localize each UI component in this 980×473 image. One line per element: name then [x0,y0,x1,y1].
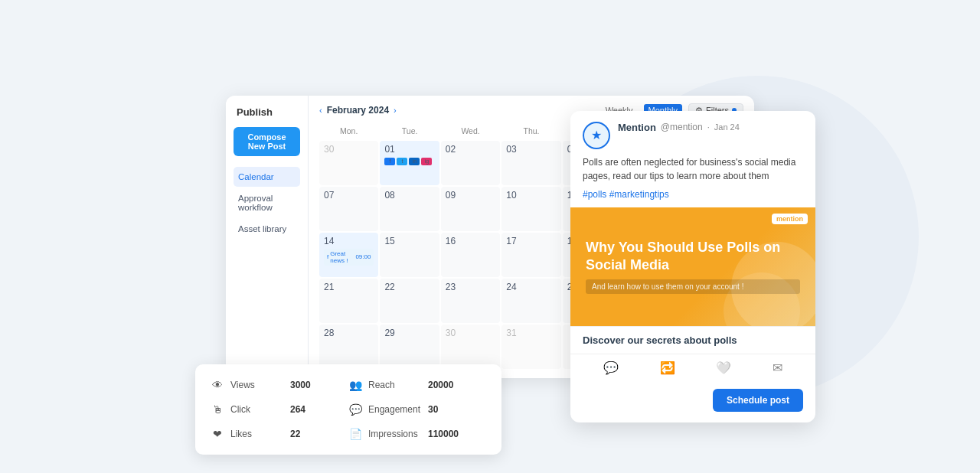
stats-grid: 👁 Views 3000 👥 Reach 20000 🖱 Click 264 💬… [211,375,486,444]
page-wrapper: Publish Compose New Post Calendar Approv… [188,73,792,401]
views-icon: 👁 [211,378,224,392]
cal-cell-30[interactable]: 30 [319,141,378,185]
day-thu: Thu. [501,124,560,138]
sidebar-item-asset[interactable]: Asset library [234,219,300,239]
post-indicator: f t in ig [384,158,434,165]
instagram-dot: ig [421,158,432,165]
impressions-icon: 📄 [348,427,362,441]
sidebar-item-calendar[interactable]: Calendar [234,167,300,187]
stats-panel: 👁 Views 3000 👥 Reach 20000 🖱 Click 264 💬… [195,364,501,455]
scheduled-post: f Great news ! 09:00 [324,249,374,266]
social-post-card: ★ Mention @mention · Jan 24 Polls are of… [570,111,815,422]
cal-cell-16[interactable]: 16 [441,233,500,277]
post-footer: Schedule post [570,381,815,422]
engagement-icon: 💬 [348,403,362,416]
cal-cell-22[interactable]: 22 [380,279,439,323]
cal-cell-24[interactable]: 24 [501,279,560,323]
brand-label: mention [772,214,808,224]
mail-icon[interactable]: ✉ [773,360,782,375]
image-title: Why You Should Use Polls on Social Media [586,239,800,273]
cal-prev-arrow[interactable]: ‹ [319,106,322,115]
cal-cell-09[interactable]: 09 [441,187,500,231]
cal-cell-10[interactable]: 10 [501,187,560,231]
reach-icon: 👥 [348,378,362,392]
star-icon: ★ [591,128,602,142]
reach-value: 20000 [428,380,453,390]
cal-cell-14[interactable]: 14 f Great news ! 09:00 [319,233,378,277]
linkedin-dot: in [409,158,420,165]
calendar-month-title: February 2024 [327,105,389,116]
engagement-value: 30 [428,404,438,415]
post-link-title: Discover our secrets about polls [570,326,815,354]
day-mon: Mon. [319,124,378,138]
stat-engagement: 💬 Engagement 30 [348,400,486,419]
retweet-icon[interactable]: 🔁 [660,360,675,375]
click-label: Click [230,404,284,415]
likes-icon: ❤ [211,427,224,441]
heart-icon[interactable]: 🤍 [716,360,731,375]
post-image: mention Why You Should Use Polls on Soci… [570,207,815,326]
calendar-nav: ‹ February 2024 › [319,105,397,116]
social-post-meta: Mention @mention · Jan 24 [618,122,803,135]
schedule-post-button[interactable]: Schedule post [713,389,803,412]
click-icon: 🖱 [211,403,224,416]
author-line: Mention @mention · Jan 24 [618,122,803,133]
cal-cell-21[interactable]: 21 [319,279,378,323]
fb-icon: f [327,253,328,260]
cal-cell-15[interactable]: 15 [380,233,439,277]
facebook-dot: f [384,158,395,165]
impressions-value: 110000 [428,429,459,439]
twitter-dot: t [397,158,407,165]
stat-impressions: 📄 Impressions 110000 [348,424,486,444]
social-card-header: ★ Mention @mention · Jan 24 [570,111,815,155]
sidebar-item-approval[interactable]: Approval workflow [234,188,300,217]
views-value: 3000 [290,380,311,390]
cal-cell-08[interactable]: 08 [380,187,439,231]
views-label: Views [230,380,284,390]
post-body: Polls are often neglected for business's… [570,155,815,189]
stat-reach: 👥 Reach 20000 [348,375,486,395]
compose-button[interactable]: Compose New Post [234,127,300,156]
cal-cell-31[interactable]: 31 [501,325,560,369]
cal-cell-02[interactable]: 02 [441,141,500,185]
cal-next-arrow[interactable]: › [394,106,397,115]
cal-cell-01[interactable]: 01 f t in ig [380,141,439,185]
author-handle: @mention [661,122,703,132]
cal-cell-29[interactable]: 29 [380,325,439,369]
cal-cell-23[interactable]: 23 [441,279,500,323]
stat-click: 🖱 Click 264 [211,400,348,419]
post-date: · [707,122,710,132]
avatar: ★ [583,122,610,149]
author-name: Mention [618,122,656,133]
impressions-label: Impressions [368,429,422,439]
reply-icon[interactable]: 💬 [603,360,619,375]
post-date-value: Jan 24 [714,122,740,132]
cal-cell-17[interactable]: 17 [501,233,560,277]
image-subtitle: And learn how to use them on your accoun… [586,279,800,294]
publish-title: Publish [234,106,300,118]
post-hashtags: #polls #marketingtips [570,189,815,207]
engagement-label: Engagement [368,404,422,415]
click-value: 264 [290,404,305,415]
likes-label: Likes [230,429,284,439]
cal-cell-07[interactable]: 07 [319,187,378,231]
day-tue: Tue. [380,124,439,138]
post-actions: 💬 🔁 🤍 ✉ [570,354,815,381]
reach-label: Reach [368,380,422,390]
stat-views: 👁 Views 3000 [211,375,348,395]
day-wed: Wed. [441,124,500,138]
publish-sidebar: Publish Compose New Post Calendar Approv… [226,96,309,378]
cal-cell-03[interactable]: 03 [501,141,560,185]
likes-value: 22 [290,429,300,439]
cal-cell-28[interactable]: 28 [319,325,378,369]
stat-likes: ❤ Likes 22 [211,424,348,444]
cal-cell-30b[interactable]: 30 [441,325,500,369]
